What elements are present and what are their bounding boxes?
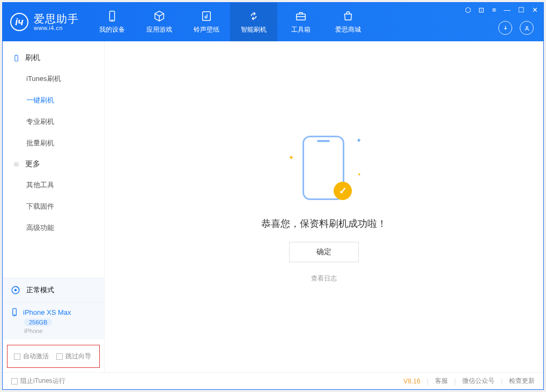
sidebar-item-pro-flash[interactable]: 专业刷机 [3, 111, 104, 132]
tab-ringtones[interactable]: 铃声壁纸 [183, 3, 230, 41]
section-title: 刷机 [25, 53, 40, 63]
logo: iч 爱思助手 www.i4.cn [3, 3, 88, 41]
tab-my-device[interactable]: 我的设备 [88, 3, 136, 41]
checkbox-skip-guide[interactable]: 跳过向导 [56, 352, 91, 361]
svg-point-4 [526, 26, 527, 28]
tab-label: 智能刷机 [241, 25, 267, 34]
svg-rect-0 [109, 11, 114, 21]
cube-icon [153, 10, 166, 23]
maximize-button[interactable]: ☐ [518, 6, 525, 14]
checkbox-icon [56, 353, 63, 360]
minimize-button[interactable]: — [504, 6, 511, 14]
status-link-support[interactable]: 客服 [435, 376, 448, 386]
statusbar: 阻止iTunes运行 V8.16 | 客服 | 微信公众号 | 检查更新 [3, 372, 543, 389]
checkbox-block-itunes[interactable]: 阻止iTunes运行 [11, 376, 65, 386]
window-controls: ⬡ ⊡ ≡ — ☐ ✕ [465, 6, 538, 14]
sidebar-item-download-fw[interactable]: 下载固件 [3, 196, 104, 217]
device-cards: 正常模式 iPhone XS Max 256GB iPhone [3, 278, 104, 339]
device-name: iPhone XS Max [23, 308, 71, 316]
main-tabs: 我的设备 应用游戏 铃声壁纸 智能刷机 [88, 3, 372, 41]
feedback-button[interactable]: ⊡ [478, 6, 484, 14]
checkbox-label: 跳过向导 [65, 352, 91, 361]
device-storage: 256GB [24, 319, 52, 326]
device-type: iPhone [24, 328, 97, 334]
hamburger-icon [12, 160, 20, 168]
svg-point-10 [15, 290, 17, 291]
body: 刷机 iTunes刷机 一键刷机 专业刷机 批量刷机 更多 其他工具 下载固件 … [3, 41, 543, 372]
tab-label: 工具箱 [291, 25, 311, 34]
phone-outline-icon [12, 54, 20, 62]
tab-label: 爱思商城 [335, 25, 361, 34]
device-icon [106, 10, 119, 23]
tab-apps[interactable]: 应用游戏 [136, 3, 183, 41]
svg-rect-5 [14, 55, 17, 61]
view-log-link[interactable]: 查看日志 [311, 274, 337, 283]
sidebar-section-flash: 刷机 [3, 48, 104, 68]
sparkle-icon: ✦ [289, 154, 294, 161]
checkbox-icon [14, 353, 20, 360]
sidebar-section-more: 更多 [3, 154, 104, 174]
sparkle-icon: ✦ [356, 137, 361, 144]
toolbox-icon [294, 10, 307, 23]
status-link-update[interactable]: 检查更新 [509, 376, 535, 386]
checkbox-auto-activate[interactable]: 自动激活 [14, 352, 49, 361]
menu-button[interactable]: ≡ [492, 6, 496, 14]
download-button[interactable] [498, 21, 512, 35]
logo-icon: iч [10, 13, 28, 31]
highlighted-options: 自动激活 跳过向导 [7, 345, 100, 368]
section-title: 更多 [25, 159, 40, 169]
ok-button[interactable]: 确定 [289, 242, 359, 262]
main-content: ✦ ✦ • ✓ 恭喜您，保资料刷机成功啦！ 确定 查看日志 [105, 41, 543, 372]
tab-label: 我的设备 [99, 25, 125, 34]
mode-label: 正常模式 [26, 285, 54, 295]
checkbox-label: 自动激活 [23, 352, 49, 361]
user-button[interactable] [520, 21, 534, 35]
tab-toolbox[interactable]: 工具箱 [277, 3, 324, 41]
tab-store[interactable]: 爱思商城 [324, 3, 372, 41]
bag-icon [342, 10, 355, 23]
checkbox-label: 阻止iTunes运行 [20, 376, 65, 386]
sidebar: 刷机 iTunes刷机 一键刷机 专业刷机 批量刷机 更多 其他工具 下载固件 … [3, 41, 105, 372]
titlebar: iч 爱思助手 www.i4.cn 我的设备 应用游戏 [3, 3, 543, 41]
header-right-icons [498, 21, 534, 35]
tab-label: 应用游戏 [146, 25, 172, 34]
app-window: iч 爱思助手 www.i4.cn 我的设备 应用游戏 [2, 2, 544, 390]
app-name: 爱思助手 [34, 13, 79, 25]
device-card[interactable]: iPhone XS Max 256GB iPhone [3, 302, 104, 339]
sidebar-item-onekey-flash[interactable]: 一键刷机 [3, 90, 104, 111]
app-url: www.i4.cn [34, 25, 79, 31]
refresh-icon [247, 10, 260, 23]
sidebar-item-batch-flash[interactable]: 批量刷机 [3, 132, 104, 154]
success-illustration: ✦ ✦ • ✓ [286, 130, 361, 205]
status-link-wechat[interactable]: 微信公众号 [462, 376, 495, 386]
check-icon: ✓ [334, 182, 352, 200]
mode-card[interactable]: 正常模式 [3, 278, 104, 302]
mode-icon [10, 285, 21, 295]
svg-rect-2 [203, 12, 211, 21]
music-icon [200, 10, 213, 23]
version-label: V8.16 [403, 378, 420, 385]
skin-button[interactable]: ⬡ [465, 6, 471, 14]
close-button[interactable]: ✕ [532, 6, 538, 14]
sparkle-icon: • [358, 171, 360, 179]
device-small-icon [10, 308, 19, 316]
sidebar-item-advanced[interactable]: 高级功能 [3, 217, 104, 239]
svg-rect-3 [297, 14, 306, 20]
success-message: 恭喜您，保资料刷机成功啦！ [261, 217, 387, 230]
sidebar-item-itunes-flash[interactable]: iTunes刷机 [3, 68, 104, 90]
tab-label: 铃声壁纸 [194, 25, 219, 34]
tab-flash[interactable]: 智能刷机 [230, 3, 277, 41]
checkbox-icon [11, 378, 18, 384]
sidebar-item-other-tools[interactable]: 其他工具 [3, 174, 104, 196]
